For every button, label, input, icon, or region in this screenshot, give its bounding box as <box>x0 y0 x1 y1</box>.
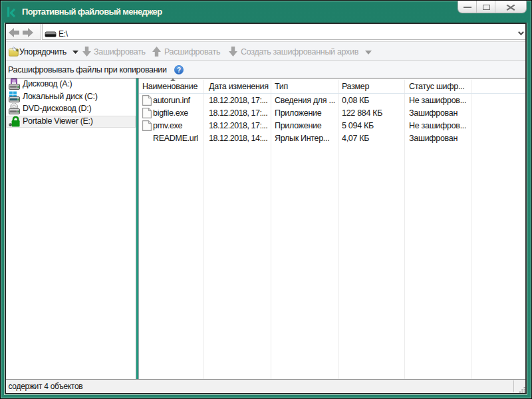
svg-text:?: ? <box>177 66 181 74</box>
